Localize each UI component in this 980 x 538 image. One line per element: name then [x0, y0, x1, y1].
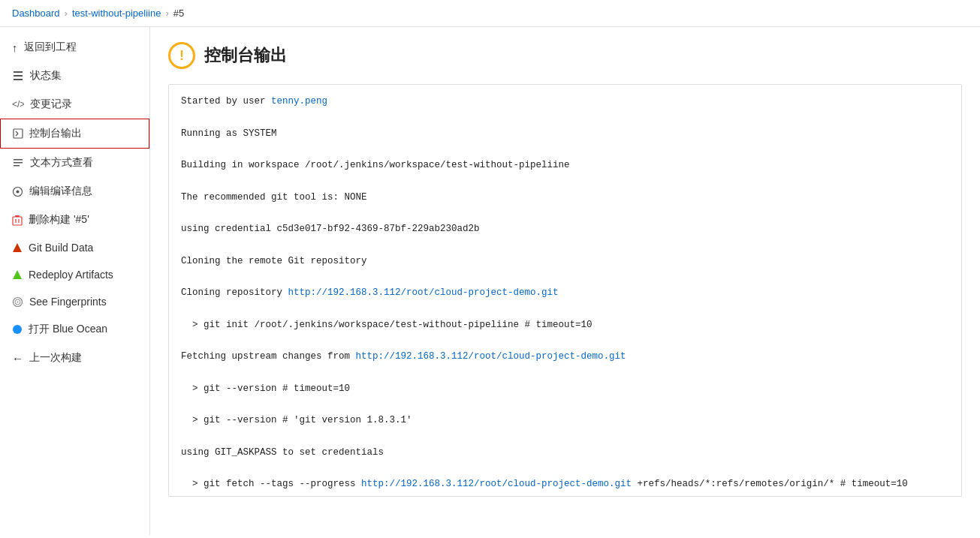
console-line: Running as SYSTEM	[181, 126, 949, 142]
svg-point-20	[17, 301, 19, 302]
svg-rect-2	[14, 79, 23, 80]
sidebar-label-blueocean: 打开 Blue Ocean	[29, 323, 107, 336]
sidebar-label-compile: 编辑编译信息	[29, 185, 92, 198]
sidebar-label-back: 返回到工程	[24, 41, 77, 54]
git-icon	[12, 242, 23, 253]
blueocean-icon	[12, 324, 23, 335]
delete-icon	[12, 215, 23, 226]
svg-rect-0	[14, 71, 23, 73]
svg-rect-15	[15, 215, 20, 217]
svg-rect-1	[14, 75, 23, 77]
fingerprints-icon	[12, 296, 23, 308]
console-line: > git --version # timeout=10	[181, 381, 949, 397]
console-line: Cloning the remote Git repository	[181, 254, 949, 269]
svg-text:</>: </>	[12, 99, 24, 110]
sidebar-label-prevbuild: 上一次构建	[29, 351, 82, 365]
sidebar-item-prevbuild[interactable]: ←上一次构建	[0, 344, 149, 372]
svg-line-5	[16, 131, 18, 134]
sidebar-label-fingerprints: See Fingerprints	[29, 296, 107, 308]
sidebar-label-delete: 删除构建 '#5'	[29, 213, 89, 227]
breadcrumb-dashboard[interactable]: Dashboard	[12, 8, 60, 19]
svg-rect-8	[14, 162, 23, 164]
title-warning-icon: !	[168, 42, 195, 69]
sidebar-item-redeploy[interactable]: Redeploy Artifacts	[0, 261, 149, 288]
sidebar-label-console: 控制台输出	[29, 127, 82, 140]
sidebar: ↑返回到工程状态集</>变更记录控制台输出文本方式查看编辑编译信息删除构建 '#…	[0, 27, 150, 535]
svg-marker-17	[13, 270, 22, 279]
sidebar-label-redeploy: Redeploy Artifacts	[29, 269, 113, 281]
textview-icon	[12, 157, 24, 169]
changes-icon: </>	[12, 99, 24, 110]
sidebar-label-changes: 变更记录	[30, 98, 72, 111]
prevbuild-icon: ←	[12, 352, 23, 365]
svg-line-6	[16, 134, 18, 136]
sidebar-item-console[interactable]: 控制台输出	[0, 119, 149, 149]
breadcrumb: Dashboard › test-without-pipeliine › #5	[0, 0, 980, 27]
main-layout: ↑返回到工程状态集</>变更记录控制台输出文本方式查看编辑编译信息删除构建 '#…	[0, 27, 980, 535]
sidebar-item-textview[interactable]: 文本方式查看	[0, 149, 149, 177]
breadcrumb-sep-1: ›	[65, 8, 68, 19]
sidebar-item-changes[interactable]: </>变更记录	[0, 90, 149, 119]
console-link[interactable]: http://192.168.3.112/root/cloud-project-…	[361, 479, 632, 489]
sidebar-item-blueocean[interactable]: 打开 Blue Ocean	[0, 315, 149, 344]
console-line: > git --version # 'git version 1.8.3.1'	[181, 413, 949, 428]
console-line: using GIT_ASKPASS to set credentials	[181, 445, 949, 461]
console-line: Building in workspace /root/.jenkins/wor…	[181, 158, 949, 173]
console-icon	[13, 128, 23, 139]
console-link[interactable]: http://192.168.3.112/root/cloud-project-…	[356, 351, 626, 362]
svg-point-11	[17, 190, 20, 193]
sidebar-item-back[interactable]: ↑返回到工程	[0, 33, 149, 62]
sidebar-label-states: 状态集	[30, 69, 62, 83]
sidebar-label-git: Git Build Data	[29, 242, 93, 254]
console-line: using credential c5d3e017-bf92-4369-87bf…	[181, 221, 949, 237]
console-line: Fetching upstream changes from http://19…	[181, 349, 949, 365]
console-line: Cloning repository http://192.168.3.112/…	[181, 285, 949, 301]
main-content: ! 控制台输出 Started by user tenny.peng Runni…	[150, 27, 980, 535]
breadcrumb-build: #5	[173, 8, 184, 19]
sidebar-label-textview: 文本方式查看	[30, 156, 93, 170]
compile-icon	[12, 186, 23, 197]
back-icon: ↑	[12, 41, 18, 54]
svg-rect-12	[13, 217, 22, 225]
svg-marker-16	[13, 243, 22, 252]
sidebar-item-compile[interactable]: 编辑编译信息	[0, 177, 149, 206]
console-output[interactable]: Started by user tenny.peng Running as SY…	[168, 84, 962, 497]
page-title: 控制台输出	[204, 44, 287, 67]
sidebar-item-git[interactable]: Git Build Data	[0, 234, 149, 261]
sidebar-item-states[interactable]: 状态集	[0, 62, 149, 90]
breadcrumb-sep-2: ›	[165, 8, 168, 19]
svg-rect-9	[14, 165, 20, 167]
states-icon	[12, 70, 24, 82]
svg-point-21	[13, 325, 22, 334]
redeploy-icon	[12, 269, 23, 280]
breadcrumb-project[interactable]: test-without-pipeliine	[72, 8, 161, 19]
console-line: > git fetch --tags --progress http://192…	[181, 476, 949, 492]
console-line: The recommended git tool is: NONE	[181, 190, 949, 206]
user-link[interactable]: tenny.peng	[271, 96, 327, 107]
console-line: Started by user tenny.peng	[181, 94, 949, 110]
console-link[interactable]: http://192.168.3.112/root/cloud-project-…	[288, 287, 559, 298]
console-line: > git init /root/.jenkins/workspace/test…	[181, 317, 949, 333]
page-title-container: ! 控制台输出	[168, 42, 962, 69]
sidebar-item-delete[interactable]: 删除构建 '#5'	[0, 206, 149, 234]
sidebar-item-fingerprints[interactable]: See Fingerprints	[0, 288, 149, 315]
svg-rect-7	[14, 159, 23, 161]
